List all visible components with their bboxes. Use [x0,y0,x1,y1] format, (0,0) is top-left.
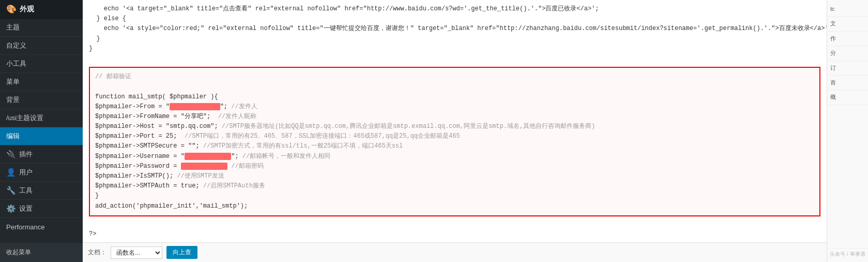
function-select[interactable]: 函数名... [111,246,162,259]
users-icon: 👤 [6,168,16,177]
right-panel-item-ding[interactable]: 订 [827,61,868,76]
bottom-toolbar: 文档： 函数名... 向上查 [83,242,827,262]
sidebar-item-editor[interactable]: 编辑 [0,127,83,145]
code-fromname: $phpmailer->FromName = "分享吧"; //发件人昵称 [95,112,814,122]
code-line-4: } [89,34,820,44]
right-panel: tc 文 作 分 订 首 概 头条号 / 事事通 [827,0,868,262]
code-port: $phpmailer->Port = 25; //SMTP端口，常用的有25、4… [95,132,814,141]
sidebar-item-settings[interactable]: ⚙️ 设置 [0,200,83,218]
settings-icon: ⚙️ [6,204,16,213]
watermark-label: 头条号 / 事事通 [827,248,868,260]
sidebar-item-usi-settings[interactable]: /usi主题设置 [0,109,83,127]
tools-icon: 🔧 [6,186,16,195]
sidebar-item-customize[interactable]: 自定义 [0,37,83,55]
code-line-3: echo '<a style="color:red;" rel="externa… [89,24,820,34]
code-username: $phpmailer->Username = "a****@j*****"; /… [95,152,814,162]
code-line-5: } [89,44,820,54]
right-panel-item-wen[interactable]: 文 [827,17,868,31]
code-host: $phpmailer->Host = "smtp.qq.com"; //SMTP… [95,122,814,132]
right-panel-item-tc[interactable]: tc [827,2,868,17]
code-smtpauth: $phpmailer->SMTPAuth = true; //启用SMTPAut… [95,181,814,191]
sidebar-item-background[interactable]: 背景 [0,91,83,109]
code-issmtp: $phpmailer->IsSMTP(); //使用SMTP发送 [95,171,814,181]
sidebar-header-label: 外观 [20,5,34,14]
code-line-2: } else { [89,14,820,24]
doc-label: 文档： [88,248,106,257]
plugins-icon: 🔌 [6,150,16,159]
right-panel-item-fen[interactable]: 分 [827,46,868,61]
code-function-decl: function mail_smtp( $phpmailer ){ [95,92,814,102]
code-add-action: add_action('phpmailer_init','mail_smtp')… [95,201,814,211]
code-line-1: echo '<a target="_blank" title="点击查看" re… [89,4,820,14]
performance-label: Performance [6,223,44,231]
sidebar: 🎨 外观 主题 自定义 小工具 菜单 背景 /usi主题设置 编辑 🔌 插件 👤… [0,0,83,262]
sidebar-item-menus[interactable]: 菜单 [0,73,83,91]
right-panel-item-shou[interactable]: 首 [827,76,868,90]
editor-area: echo '<a target="_blank" title="点击查看" re… [83,0,827,262]
search-up-button[interactable]: 向上查 [166,246,197,259]
appearance-icon: 🎨 [6,4,17,14]
code-close-brace: } [95,191,814,201]
sidebar-item-users[interactable]: 👤 用户 [0,164,83,182]
highlighted-code-block: // 邮箱验证 function mail_smtp( $phpmailer )… [89,67,820,216]
sidebar-header: 🎨 外观 [0,0,83,19]
code-editor[interactable]: echo '<a target="_blank" title="点击查看" re… [83,0,827,242]
sidebar-item-themes[interactable]: 主题 [0,19,83,37]
right-panel-item-gai[interactable]: 概 [827,90,868,105]
code-from: $phpmailer->From = "a****@iisut**"; //发件… [95,102,814,112]
right-panel-item-zuo[interactable]: 作 [827,32,868,46]
main-content: echo '<a target="_blank" title="点击查看" re… [83,0,827,262]
collapse-menu-button[interactable]: 收起菜单 [0,243,83,262]
sidebar-item-tools[interactable]: 🔧 工具 [0,182,83,200]
sidebar-item-widgets[interactable]: 小工具 [0,55,83,73]
code-smtpsecure: $phpmailer->SMTPSecure = ""; //SMTP加密方式，… [95,141,814,151]
code-password: $phpmailer->Password = ████████████ //邮箱… [95,162,814,171]
code-php-close: ?> [89,229,820,239]
comment-email-verify: // 邮箱验证 [95,72,814,82]
sidebar-item-plugins[interactable]: 🔌 插件 [0,145,83,164]
sidebar-item-performance[interactable]: Performance [0,218,83,236]
